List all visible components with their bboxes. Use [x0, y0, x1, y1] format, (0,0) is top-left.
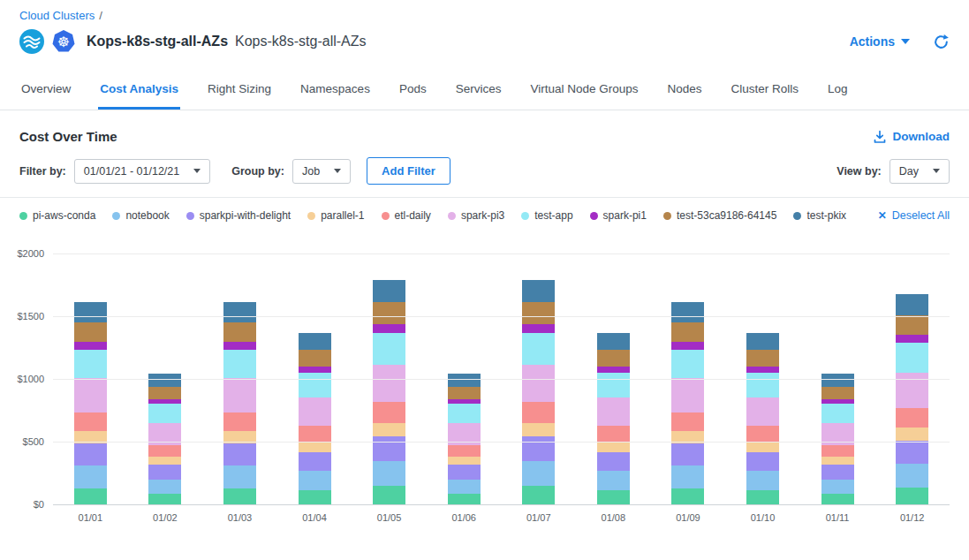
bar-segment-test-pkix[interactable]: [522, 280, 555, 303]
date-range-select[interactable]: 01/01/21 - 01/12/21: [74, 159, 210, 184]
group-by-select[interactable]: Job: [292, 159, 351, 184]
legend-item-etl-daily[interactable]: etl-daily: [382, 209, 431, 222]
bar-segment-spark-pi1[interactable]: [299, 367, 331, 373]
bar-segment-test-app[interactable]: [74, 350, 107, 379]
bar-segment-test-app[interactable]: [299, 373, 331, 397]
bar-segment-test-pkix[interactable]: [148, 374, 181, 386]
tab-services[interactable]: Services: [454, 77, 503, 110]
bar-segment-sparkpi-with-delight[interactable]: [896, 441, 928, 464]
legend-item-notebook[interactable]: notebook: [112, 209, 169, 222]
bar-segment-sparkpi-with-delight[interactable]: [299, 452, 331, 471]
breadcrumb-link-cloud-clusters[interactable]: Cloud Clusters: [19, 9, 95, 22]
bar-segment-spark-pi1[interactable]: [597, 367, 630, 373]
bar-segment-test-pkix[interactable]: [597, 333, 630, 350]
bar-segment-notebook[interactable]: [74, 465, 107, 488]
bar-segment-test-app[interactable]: [821, 404, 854, 422]
bar-segment-parallel-1[interactable]: [597, 442, 630, 452]
bar-segment-spark-pi1[interactable]: [223, 342, 256, 350]
bar-segment-notebook[interactable]: [597, 471, 630, 490]
bar-segment-notebook[interactable]: [373, 461, 405, 486]
bar-segment-pi-aws-conda[interactable]: [597, 490, 630, 504]
bar-segment-test-53ca9186-64145[interactable]: [223, 322, 256, 342]
bar-segment-test-pkix[interactable]: [671, 302, 704, 322]
bar-segment-test-app[interactable]: [597, 373, 630, 397]
bar-segment-test-pkix[interactable]: [448, 374, 481, 386]
bar-segment-test-pkix[interactable]: [299, 333, 331, 350]
bar-segment-test-pkix[interactable]: [74, 302, 107, 322]
tab-virtual-node-groups[interactable]: Virtual Node Groups: [528, 77, 640, 110]
bar-segment-parallel-1[interactable]: [896, 428, 928, 441]
bar-segment-test-app[interactable]: [223, 350, 256, 379]
bar-segment-parallel-1[interactable]: [373, 423, 405, 437]
legend-item-parallel-1[interactable]: parallel-1: [307, 209, 364, 222]
legend-item-spark-pi1[interactable]: spark-pi1: [590, 209, 647, 222]
view-by-select[interactable]: Day: [890, 159, 950, 184]
bar-segment-notebook[interactable]: [746, 471, 779, 490]
bar-segment-test-53ca9186-64145[interactable]: [896, 315, 928, 336]
bar-segment-etl-daily[interactable]: [74, 412, 107, 431]
bar-segment-sparkpi-with-delight[interactable]: [746, 452, 779, 471]
bar-segment-notebook[interactable]: [223, 465, 256, 488]
bar-segment-pi-aws-conda[interactable]: [522, 486, 555, 504]
bar-segment-etl-daily[interactable]: [671, 412, 704, 431]
bar-segment-spark-pi3[interactable]: [74, 378, 107, 412]
bar-segment-pi-aws-conda[interactable]: [671, 488, 704, 504]
bar-segment-parallel-1[interactable]: [821, 457, 854, 465]
download-button[interactable]: Download: [873, 130, 950, 144]
bar-segment-etl-daily[interactable]: [223, 412, 256, 431]
bar-segment-test-pkix[interactable]: [746, 333, 779, 350]
bar-segment-test-53ca9186-64145[interactable]: [373, 302, 405, 324]
tab-namespaces[interactable]: Namespaces: [299, 77, 372, 110]
bar-segment-sparkpi-with-delight[interactable]: [821, 465, 854, 479]
tab-right-sizing[interactable]: Right Sizing: [206, 77, 273, 110]
bar-segment-test-pkix[interactable]: [373, 280, 405, 303]
bar-segment-test-53ca9186-64145[interactable]: [597, 350, 630, 366]
refresh-button[interactable]: [933, 34, 950, 50]
bar-segment-sparkpi-with-delight[interactable]: [671, 443, 704, 465]
bar-segment-parallel-1[interactable]: [148, 457, 181, 465]
bar-segment-spark-pi3[interactable]: [896, 373, 928, 408]
bar-segment-notebook[interactable]: [821, 480, 854, 494]
bar-segment-parallel-1[interactable]: [448, 457, 481, 465]
bar-segment-test-53ca9186-64145[interactable]: [299, 350, 331, 366]
bar-segment-spark-pi1[interactable]: [746, 367, 779, 373]
bar-segment-test-53ca9186-64145[interactable]: [74, 322, 107, 342]
bar-segment-etl-daily[interactable]: [597, 426, 630, 442]
bar-segment-etl-daily[interactable]: [522, 402, 555, 422]
bar-segment-test-pkix[interactable]: [821, 374, 854, 386]
bar-segment-test-app[interactable]: [746, 373, 779, 397]
legend-item-test-53ca9186-64145[interactable]: test-53ca9186-64145: [663, 209, 776, 222]
bar-segment-sparkpi-with-delight[interactable]: [522, 436, 555, 461]
tab-pods[interactable]: Pods: [397, 77, 428, 110]
legend-item-test-pkix[interactable]: test-pkix: [793, 209, 846, 222]
bar-segment-etl-daily[interactable]: [373, 402, 405, 422]
bar-segment-pi-aws-conda[interactable]: [74, 488, 107, 504]
bar-segment-notebook[interactable]: [522, 461, 555, 486]
bar-segment-parallel-1[interactable]: [522, 423, 555, 437]
bar-segment-sparkpi-with-delight[interactable]: [373, 436, 405, 461]
bar-segment-sparkpi-with-delight[interactable]: [148, 465, 181, 479]
bar-segment-pi-aws-conda[interactable]: [299, 490, 331, 504]
bar-segment-pi-aws-conda[interactable]: [896, 488, 928, 504]
add-filter-button[interactable]: Add Filter: [367, 157, 450, 185]
bar-segment-pi-aws-conda[interactable]: [448, 494, 481, 504]
bar-segment-sparkpi-with-delight[interactable]: [597, 452, 630, 471]
bar-segment-test-pkix[interactable]: [896, 294, 928, 315]
bar-segment-test-53ca9186-64145[interactable]: [671, 322, 704, 342]
bar-segment-notebook[interactable]: [448, 480, 481, 494]
tab-cluster-rolls[interactable]: Cluster Rolls: [730, 77, 801, 110]
bar-segment-test-53ca9186-64145[interactable]: [821, 387, 854, 399]
bar-segment-spark-pi1[interactable]: [74, 342, 107, 350]
bar-segment-spark-pi3[interactable]: [597, 397, 630, 427]
bar-segment-spark-pi1[interactable]: [522, 324, 555, 332]
bar-segment-sparkpi-with-delight[interactable]: [74, 443, 107, 465]
bar-segment-test-53ca9186-64145[interactable]: [148, 387, 181, 399]
bar-segment-spark-pi1[interactable]: [373, 324, 405, 332]
bar-segment-notebook[interactable]: [148, 480, 181, 494]
bar-segment-spark-pi3[interactable]: [746, 397, 779, 427]
legend-item-spark-pi3[interactable]: spark-pi3: [448, 209, 504, 222]
legend-item-sparkpi-with-delight[interactable]: sparkpi-with-delight: [186, 209, 291, 222]
bar-segment-pi-aws-conda[interactable]: [821, 494, 854, 504]
bar-segment-notebook[interactable]: [299, 471, 331, 490]
bar-segment-pi-aws-conda[interactable]: [373, 486, 405, 504]
